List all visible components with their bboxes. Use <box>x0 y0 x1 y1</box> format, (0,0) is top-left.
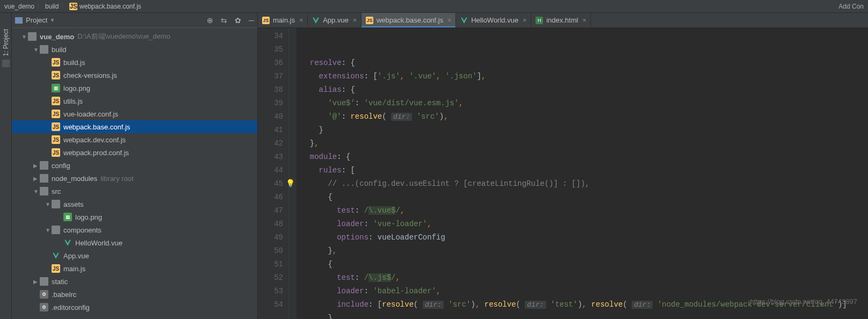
sidebar-title[interactable]: Project <box>26 16 47 24</box>
line-number: 49 <box>258 231 283 244</box>
tree-item[interactable]: ▶static <box>12 275 257 288</box>
code-line[interactable]: { <box>301 191 868 204</box>
js-icon: JS <box>52 148 60 157</box>
tab-label: HelloWorld.vue <box>471 16 518 24</box>
js-icon: JS <box>52 71 60 79</box>
code-line[interactable]: test: /\.js$/, <box>301 271 868 285</box>
cfg-icon: ⚙ <box>40 290 48 299</box>
tree-item[interactable]: JScheck-versions.js <box>12 69 257 82</box>
tree-item[interactable]: ▶node_moduleslibrary root <box>12 172 257 185</box>
js-icon: JS <box>52 97 60 105</box>
chevron-right-icon[interactable]: ▶ <box>33 163 39 169</box>
code-line[interactable]: 💡 // ...(config.dev.useEslint ? [createL… <box>301 177 868 191</box>
editor-tab[interactable]: Hindex.html× <box>531 13 591 27</box>
line-number: 42 <box>258 137 283 150</box>
locate-icon[interactable]: ⊕ <box>207 16 213 25</box>
tree-item[interactable]: JSbuild.js <box>12 56 257 69</box>
fold-gutter[interactable] <box>289 28 296 319</box>
code-content[interactable]: resolve: { extensions: ['.js', '.vue', '… <box>296 28 868 319</box>
collapse-icon[interactable]: ⇆ <box>221 16 227 25</box>
tree-item[interactable]: ▼vue_demoD:\A前端\vuedemo\vue_demo <box>12 30 257 43</box>
breadcrumb-item[interactable]: build <box>45 3 59 10</box>
tree-item[interactable]: ▼assets <box>12 198 257 211</box>
close-icon[interactable]: × <box>353 17 357 24</box>
add-configuration-button[interactable]: Add Con <box>838 3 864 10</box>
tree-item[interactable]: JSutils.js <box>12 95 257 107</box>
code-line[interactable]: rules: [ <box>301 164 868 177</box>
editor-tab[interactable]: JSmain.js× <box>258 13 308 27</box>
code-line[interactable]: { <box>301 258 868 271</box>
code-editor[interactable]: 3435363738394041424344454647484950515253… <box>258 28 868 319</box>
lightbulb-icon[interactable]: 💡 <box>286 177 295 191</box>
chevron-down-icon[interactable]: ▼ <box>21 34 27 40</box>
tree-item[interactable]: ⚙.editorconfig <box>12 301 257 314</box>
editor-tab[interactable]: App.vue× <box>308 13 361 27</box>
tree-item[interactable]: JSwebpack.dev.conf.js <box>12 133 257 146</box>
breadcrumb-item[interactable]: webpack.base.conf.js <box>79 3 141 10</box>
line-number: 37 <box>258 70 283 83</box>
close-icon[interactable]: × <box>523 17 526 24</box>
tree-item-label: assets <box>63 200 84 208</box>
tree-item[interactable]: ▶config <box>12 159 257 172</box>
tree-item[interactable]: ▦logo.png <box>12 211 257 223</box>
tab-label: index.html <box>546 16 578 24</box>
gear-icon[interactable]: ✿ <box>235 16 241 25</box>
chevron-down-icon[interactable]: ▼ <box>33 47 39 53</box>
code-line[interactable]: test: /\.vue$/, <box>301 204 868 218</box>
tree-item[interactable]: JSwebpack.base.conf.js <box>12 120 257 133</box>
code-line[interactable]: '@': resolve( dir: 'src'), <box>301 110 868 124</box>
chevron-down-icon[interactable]: ▼ <box>45 201 50 207</box>
js-file-icon: JS <box>366 17 373 24</box>
breadcrumb: vue_demo 〉 build 〉 JS webpack.base.conf.… <box>4 2 141 11</box>
tree-item[interactable]: ▼src <box>12 185 257 198</box>
code-line[interactable]: 'vue$': 'vue/dist/vue.esm.js', <box>301 97 868 110</box>
tree-item[interactable]: JSmain.js <box>12 262 257 275</box>
code-line[interactable]: module: { <box>301 150 868 164</box>
line-number: 36 <box>258 56 283 70</box>
tree-item[interactable]: JSwebpack.prod.conf.js <box>12 146 257 159</box>
editor-tab[interactable]: JSwebpack.base.conf.js× <box>361 13 456 27</box>
js-icon: JS <box>52 264 60 273</box>
folder-icon <box>28 32 37 41</box>
code-line[interactable]: extensions: ['.js', '.vue', '.json'], <box>301 70 868 83</box>
tree-item-label: utils.js <box>63 97 83 105</box>
tree-item[interactable]: ▼build <box>12 43 257 56</box>
tree-item[interactable]: ⚙.babelrc <box>12 288 257 301</box>
code-line[interactable]: }, <box>301 244 868 258</box>
tree-item[interactable]: JSvue-loader.conf.js <box>12 107 257 120</box>
code-line[interactable]: }, <box>301 311 868 319</box>
editor-tab[interactable]: HelloWorld.vue× <box>456 13 531 27</box>
folder-icon <box>52 226 60 234</box>
structure-tool-icon[interactable] <box>2 60 10 67</box>
tree-item-label: App.vue <box>63 252 89 260</box>
tree-item[interactable]: ▼components <box>12 223 257 236</box>
breadcrumb-item[interactable]: vue_demo <box>4 3 34 10</box>
tool-window-rail: 1: Project <box>0 13 12 319</box>
line-number: 51 <box>258 258 283 271</box>
code-line[interactable]: resolve: { <box>301 56 868 70</box>
vue-icon <box>52 251 60 260</box>
hide-icon[interactable]: ─ <box>249 16 254 25</box>
code-line[interactable]: }, <box>301 137 868 150</box>
close-icon[interactable]: × <box>447 17 451 24</box>
tree-item[interactable]: HelloWorld.vue <box>12 236 257 249</box>
chevron-down-icon[interactable]: ▼ <box>33 189 39 194</box>
project-tool-tab[interactable]: 1: Project <box>2 29 10 56</box>
chevron-right-icon[interactable]: ▶ <box>33 176 39 182</box>
close-icon[interactable]: × <box>582 17 586 24</box>
tree-item[interactable]: App.vue <box>12 249 257 262</box>
project-tree[interactable]: ▼vue_demoD:\A前端\vuedemo\vue_demo▼buildJS… <box>12 28 257 319</box>
line-number: 50 <box>258 244 283 258</box>
chevron-right-icon[interactable]: ▶ <box>33 279 39 285</box>
chevron-right-icon: 〉 <box>37 2 43 11</box>
chevron-down-icon[interactable]: ▼ <box>45 227 50 233</box>
close-icon[interactable]: × <box>299 17 303 24</box>
code-line[interactable]: options: vueLoaderConfig <box>301 231 868 244</box>
code-line[interactable]: alias: { <box>301 83 868 97</box>
line-number: 45 <box>258 177 283 191</box>
tree-item[interactable]: ▦logo.png <box>12 82 257 95</box>
js-icon: JS <box>52 135 60 144</box>
chevron-down-icon[interactable]: ▼ <box>49 17 55 23</box>
code-line[interactable]: loader: 'vue-loader', <box>301 218 868 231</box>
code-line[interactable]: } <box>301 124 868 137</box>
